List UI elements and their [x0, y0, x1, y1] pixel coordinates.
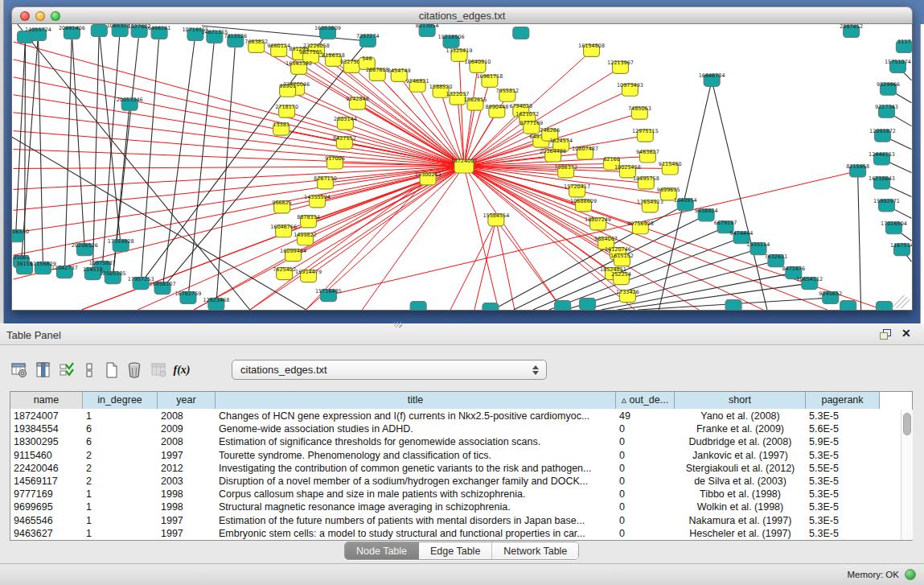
background-window-right [920, 24, 924, 323]
graph-node-label: 8471676 [782, 266, 805, 272]
delete-column-icon[interactable] [125, 360, 144, 380]
graph-node[interactable] [580, 299, 596, 311]
column-header-short[interactable]: short [675, 392, 806, 409]
new-column-icon[interactable] [102, 360, 121, 380]
cell-out-de: 0 [616, 475, 675, 488]
graph-node[interactable] [410, 302, 426, 311]
graph-node-label: 9245652 [819, 290, 842, 297]
table-row[interactable]: 2242004622012Investigating the contribut… [10, 462, 880, 475]
graph-node-label: 12923468 [203, 297, 229, 303]
cell-in-degree: 6 [83, 422, 158, 435]
graph-node-label: 8454749 [388, 68, 411, 74]
cell-in-degree: 1 [83, 527, 158, 540]
graph-node-label: 9242848 [346, 96, 369, 102]
graph-node-label: 10654112 [796, 276, 823, 282]
table-selector-dropdown[interactable]: citations_edges.txt [232, 360, 547, 380]
graph-node-label: 7986372 [554, 164, 577, 171]
cell-pagerank: 5.3E-5 [806, 449, 880, 462]
graph-node-label: 7632621 [764, 253, 787, 260]
scrollbar-thumb[interactable] [903, 413, 911, 435]
function-builder-icon[interactable]: f(x) [172, 360, 191, 380]
column-header-title[interactable]: title [216, 392, 616, 409]
cell-short: Stergiakouli et al. (2012) [675, 462, 806, 475]
table-row[interactable]: 1830029562008Estimation of significance … [10, 435, 880, 448]
graph-edge [496, 220, 515, 310]
graph-node[interactable] [555, 301, 571, 311]
column-header-name[interactable]: name [10, 392, 83, 409]
table-row[interactable]: 977716911998Corpus callosum shape and si… [10, 488, 880, 501]
cell-in-degree: 1 [83, 488, 158, 501]
tab-node-table[interactable]: Node Table [345, 542, 419, 559]
column-header-out-de[interactable]: ▵ out_de... [616, 392, 675, 409]
cell-out-de: 0 [616, 462, 675, 475]
memory-status-indicator[interactable] [905, 569, 916, 580]
table-panel: Table Panel ✕ f(x) citations_ [0, 323, 924, 585]
graph-edge [72, 33, 84, 249]
graph-node-label: 19218506 [438, 34, 465, 40]
graph-node-label: 25300243 [415, 171, 441, 178]
network-canvas[interactable]: 1405572420691406106532871527602646616110… [11, 24, 913, 311]
table-settings-icon[interactable] [10, 360, 29, 380]
row-height-icon[interactable] [80, 360, 99, 380]
graph-node-label: 546 [362, 56, 372, 62]
cell-title: Tourette syndrome. Phenomenology and cla… [216, 449, 616, 462]
graph-node-label: 15584554 [483, 212, 509, 219]
graph-node-label: 2935114 [747, 241, 770, 248]
graph-node[interactable] [877, 302, 893, 311]
cell-pagerank: 5.3E-5 [806, 514, 880, 527]
splitter-grip[interactable] [394, 322, 402, 328]
graph-node-label: 12213967 [607, 60, 634, 66]
graph-node-label: 1621072 [515, 111, 539, 117]
table-row[interactable]: 1872400712008Changes of HCN gene express… [10, 410, 880, 422]
chevron-updown-icon [528, 365, 546, 375]
delete-table-icon[interactable] [150, 360, 169, 380]
cell-title: Disruption of a novel member of a sodium… [216, 475, 616, 488]
tab-network-table[interactable]: Network Table [492, 542, 578, 559]
graph-node[interactable] [483, 303, 499, 311]
graph-node-label: 7625402 [273, 266, 296, 273]
graph-node-label: 16958107 [150, 281, 176, 287]
status-bar: Memory: OK [0, 563, 924, 585]
select-columns-icon[interactable] [57, 360, 76, 380]
float-window-icon[interactable] [879, 328, 893, 341]
table-row[interactable]: 969969511998Structural magnetic resonanc… [10, 501, 880, 513]
column-header-pagerank[interactable]: pagerank [806, 392, 880, 409]
cell-out-de: 0 [616, 449, 675, 462]
graph-node-label: 746266 [540, 127, 560, 134]
cell-year: 1998 [158, 501, 216, 513]
canvas-resize-grip[interactable] [891, 295, 910, 308]
graph-node[interactable] [91, 24, 107, 36]
column-visibility-icon[interactable] [34, 360, 53, 380]
tab-edge-table[interactable]: Edge Table [419, 542, 492, 559]
table-row[interactable]: 946554611997Estimation of the future num… [10, 514, 880, 527]
graph-edge [328, 171, 857, 295]
graph-node[interactable] [840, 301, 856, 311]
graph-node-label: 1117 [897, 39, 910, 45]
graph-node-label: 62160 [603, 156, 620, 163]
column-header-in-degree[interactable]: in_degree [83, 392, 158, 409]
window-title: citations_edges.txt [12, 10, 912, 22]
cell-title: Estimation of significance thresholds fo… [216, 435, 616, 448]
graph-node-label: 15751074 [885, 59, 911, 65]
vertical-scrollbar[interactable] [901, 410, 913, 540]
table-row[interactable]: 1456911722003Disruption of a novel membe… [10, 475, 880, 488]
graph-node[interactable] [513, 27, 529, 39]
window-titlebar[interactable]: citations_edges.txt [11, 6, 913, 24]
table-row[interactable]: 1938455462009Genome-wide association stu… [10, 422, 880, 435]
cell-short: Dudbridge et al. (2008) [675, 435, 806, 448]
graph-node-label: 12444153 [869, 151, 895, 158]
table-row[interactable]: 911546021997Tourette syndrome. Phenomeno… [10, 449, 880, 462]
graph-edge [345, 124, 464, 167]
cell-pagerank: 5.3E-5 [806, 475, 880, 488]
graph-node-label: 10688609 [570, 198, 597, 204]
cell-year: 1997 [158, 527, 216, 540]
table-row[interactable]: 946362711997Embryonic stem cells: a mode… [10, 527, 880, 540]
cell-year: 2009 [158, 422, 216, 435]
graph-node-label: 8813054 [416, 24, 439, 29]
graph-node-label: 16961758 [476, 73, 503, 80]
close-icon[interactable]: ✕ [901, 327, 911, 340]
graph-node-label: 6679197 [714, 220, 737, 226]
graph-node-label: 7815526 [224, 33, 247, 39]
graph-node[interactable] [725, 300, 741, 311]
column-header-year[interactable]: year [158, 392, 216, 409]
